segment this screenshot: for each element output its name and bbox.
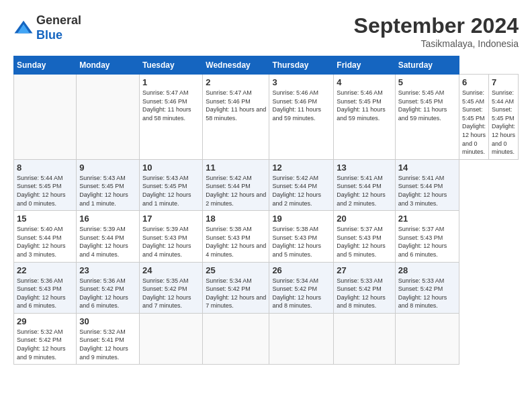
day-number: 16 (79, 214, 136, 224)
day-number: 29 (17, 316, 73, 326)
weekday-header-wednesday: Wednesday (203, 56, 269, 75)
day-info: Sunrise: 5:43 AM Sunset: 5:45 PM Dayligh… (142, 174, 200, 208)
day-number: 30 (79, 316, 136, 326)
day-cell-12: 12 Sunrise: 5:42 AM Sunset: 5:44 PM Dayl… (269, 159, 334, 210)
day-cell-13: 13 Sunrise: 5:41 AM Sunset: 5:44 PM Dayl… (334, 159, 395, 210)
day-cell-29: 29 Sunrise: 5:32 AM Sunset: 5:42 PM Dayl… (14, 313, 77, 364)
day-info: Sunrise: 5:41 AM Sunset: 5:44 PM Dayligh… (398, 174, 456, 208)
calendar-week-2: 8 Sunrise: 5:44 AM Sunset: 5:45 PM Dayli… (14, 159, 519, 210)
day-info: Sunrise: 5:46 AM Sunset: 5:45 PM Dayligh… (337, 89, 392, 122)
day-info: Sunrise: 5:47 AM Sunset: 5:46 PM Dayligh… (142, 89, 200, 122)
calendar-week-5: 29 Sunrise: 5:32 AM Sunset: 5:42 PM Dayl… (14, 313, 519, 364)
day-number: 13 (337, 163, 392, 173)
day-info: Sunrise: 5:43 AM Sunset: 5:45 PM Dayligh… (79, 174, 136, 208)
day-number: 24 (142, 265, 200, 275)
day-info: Sunrise: 5:36 AM Sunset: 5:43 PM Dayligh… (17, 277, 73, 310)
day-cell-17: 17 Sunrise: 5:39 AM Sunset: 5:43 PM Dayl… (139, 211, 202, 262)
day-number: 2 (206, 77, 266, 87)
empty-cell (14, 75, 77, 160)
day-cell-24: 24 Sunrise: 5:35 AM Sunset: 5:42 PM Dayl… (139, 262, 202, 313)
day-info: Sunrise: 5:39 AM Sunset: 5:44 PM Dayligh… (79, 225, 136, 259)
day-number: 10 (142, 163, 200, 173)
empty-cell (77, 75, 140, 160)
day-info: Sunrise: 5:36 AM Sunset: 5:42 PM Dayligh… (79, 277, 136, 310)
day-info: Sunrise: 5:47 AM Sunset: 5:46 PM Dayligh… (206, 89, 266, 122)
day-info: Sunrise: 5:38 AM Sunset: 5:43 PM Dayligh… (206, 225, 266, 259)
day-number: 3 (272, 77, 330, 87)
weekday-header-tuesday: Tuesday (139, 56, 202, 75)
day-info: Sunrise: 5:45 AM Sunset: 5:45 PM Dayligh… (462, 89, 486, 156)
day-info: Sunrise: 5:34 AM Sunset: 5:42 PM Dayligh… (206, 277, 266, 310)
day-number: 22 (17, 265, 73, 275)
page-header: General Blue September 2024 Tasikmalaya,… (13, 13, 519, 49)
day-info: Sunrise: 5:34 AM Sunset: 5:42 PM Dayligh… (272, 277, 330, 310)
day-number: 25 (206, 265, 266, 275)
day-cell-10: 10 Sunrise: 5:43 AM Sunset: 5:45 PM Dayl… (139, 159, 202, 210)
day-cell-25: 25 Sunrise: 5:34 AM Sunset: 5:42 PM Dayl… (203, 262, 269, 313)
day-cell-8: 8 Sunrise: 5:44 AM Sunset: 5:45 PM Dayli… (14, 159, 77, 210)
day-number: 4 (337, 77, 392, 87)
month-title: September 2024 (354, 13, 519, 38)
day-number: 18 (206, 214, 266, 224)
day-info: Sunrise: 5:33 AM Sunset: 5:42 PM Dayligh… (337, 277, 392, 310)
day-info: Sunrise: 5:32 AM Sunset: 5:42 PM Dayligh… (17, 328, 73, 361)
day-number: 15 (17, 214, 73, 224)
weekday-header-saturday: Saturday (395, 56, 459, 75)
day-cell-11: 11 Sunrise: 5:42 AM Sunset: 5:44 PM Dayl… (203, 159, 269, 210)
day-number: 12 (272, 163, 330, 173)
day-info: Sunrise: 5:39 AM Sunset: 5:43 PM Dayligh… (142, 225, 200, 259)
calendar-week-3: 15 Sunrise: 5:40 AM Sunset: 5:44 PM Dayl… (14, 211, 519, 262)
day-info: Sunrise: 5:32 AM Sunset: 5:41 PM Dayligh… (79, 328, 136, 361)
day-cell-1: 1 Sunrise: 5:47 AM Sunset: 5:46 PM Dayli… (139, 75, 202, 160)
day-number: 5 (398, 77, 456, 87)
day-info: Sunrise: 5:33 AM Sunset: 5:42 PM Dayligh… (398, 277, 456, 310)
day-number: 11 (206, 163, 266, 173)
day-cell-15: 15 Sunrise: 5:40 AM Sunset: 5:44 PM Dayl… (14, 211, 77, 262)
day-number: 8 (17, 163, 73, 173)
day-number: 26 (272, 265, 330, 275)
day-cell-7: 7 Sunrise: 5:44 AM Sunset: 5:45 PM Dayli… (488, 75, 518, 160)
logo-icon (13, 18, 34, 38)
day-number: 23 (79, 265, 136, 275)
day-number: 27 (337, 265, 392, 275)
day-cell-5: 5 Sunrise: 5:45 AM Sunset: 5:45 PM Dayli… (395, 75, 459, 160)
day-number: 7 (492, 77, 515, 87)
calendar-body: 1 Sunrise: 5:47 AM Sunset: 5:46 PM Dayli… (14, 75, 519, 365)
logo-text: General Blue (36, 13, 81, 42)
weekday-header-friday: Friday (334, 56, 395, 75)
day-cell-23: 23 Sunrise: 5:36 AM Sunset: 5:42 PM Dayl… (77, 262, 140, 313)
day-info: Sunrise: 5:37 AM Sunset: 5:43 PM Dayligh… (337, 225, 392, 259)
day-info: Sunrise: 5:40 AM Sunset: 5:44 PM Dayligh… (17, 225, 73, 259)
day-cell-26: 26 Sunrise: 5:34 AM Sunset: 5:42 PM Dayl… (269, 262, 334, 313)
empty-cell (395, 313, 459, 364)
logo: General Blue (13, 13, 81, 42)
day-info: Sunrise: 5:45 AM Sunset: 5:45 PM Dayligh… (398, 89, 456, 122)
calendar-table: SundayMondayTuesdayWednesdayThursdayFrid… (13, 56, 519, 365)
day-number: 28 (398, 265, 456, 275)
day-cell-21: 21 Sunrise: 5:37 AM Sunset: 5:43 PM Dayl… (395, 211, 459, 262)
location-subtitle: Tasikmalaya, Indonesia (354, 38, 519, 49)
day-info: Sunrise: 5:38 AM Sunset: 5:43 PM Dayligh… (272, 225, 330, 259)
day-cell-22: 22 Sunrise: 5:36 AM Sunset: 5:43 PM Dayl… (14, 262, 77, 313)
day-info: Sunrise: 5:44 AM Sunset: 5:45 PM Dayligh… (17, 174, 73, 208)
day-info: Sunrise: 5:42 AM Sunset: 5:44 PM Dayligh… (272, 174, 330, 208)
day-info: Sunrise: 5:35 AM Sunset: 5:42 PM Dayligh… (142, 277, 200, 310)
day-cell-18: 18 Sunrise: 5:38 AM Sunset: 5:43 PM Dayl… (203, 211, 269, 262)
day-cell-3: 3 Sunrise: 5:46 AM Sunset: 5:46 PM Dayli… (269, 75, 334, 160)
day-cell-14: 14 Sunrise: 5:41 AM Sunset: 5:44 PM Dayl… (395, 159, 459, 210)
day-cell-9: 9 Sunrise: 5:43 AM Sunset: 5:45 PM Dayli… (77, 159, 140, 210)
day-info: Sunrise: 5:44 AM Sunset: 5:45 PM Dayligh… (492, 89, 515, 156)
weekday-header-sunday: Sunday (14, 56, 77, 75)
weekday-header-monday: Monday (77, 56, 140, 75)
day-number: 1 (142, 77, 200, 87)
day-cell-20: 20 Sunrise: 5:37 AM Sunset: 5:43 PM Dayl… (334, 211, 395, 262)
day-cell-27: 27 Sunrise: 5:33 AM Sunset: 5:42 PM Dayl… (334, 262, 395, 313)
day-cell-16: 16 Sunrise: 5:39 AM Sunset: 5:44 PM Dayl… (77, 211, 140, 262)
day-number: 21 (398, 214, 456, 224)
day-number: 19 (272, 214, 330, 224)
empty-cell (139, 313, 202, 364)
day-number: 9 (79, 163, 136, 173)
day-cell-2: 2 Sunrise: 5:47 AM Sunset: 5:46 PM Dayli… (203, 75, 269, 160)
day-number: 17 (142, 214, 200, 224)
empty-cell (269, 313, 334, 364)
